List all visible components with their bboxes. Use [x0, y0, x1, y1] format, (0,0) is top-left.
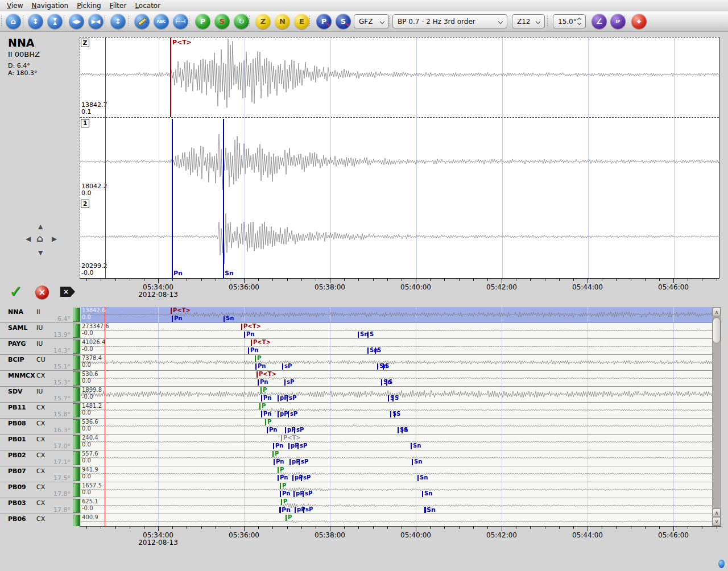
- station-trace[interactable]: 273347.6-0.0P<T>PnSnS: [81, 323, 712, 338]
- phase-marker-line[interactable]: [288, 443, 289, 449]
- phase-marker-line[interactable]: [259, 403, 260, 409]
- phase-marker-line[interactable]: [412, 459, 413, 465]
- phase-marker-line[interactable]: [367, 332, 369, 338]
- pick-marker-line[interactable]: [172, 119, 173, 278]
- discard-pick-button[interactable]: ×: [60, 287, 75, 297]
- phase-marker-line[interactable]: [281, 435, 282, 441]
- phase-marker-line[interactable]: [172, 316, 173, 322]
- station-row-nna[interactable]: NNAII6.4°13842.60.0P<T>PnSn: [0, 307, 712, 323]
- station-trace[interactable]: 536.60.0PPnpPsPSnS: [81, 419, 712, 434]
- angle-spinbox[interactable]: 15.0°: [553, 14, 586, 28]
- phase-marker-line[interactable]: [377, 363, 378, 370]
- station-row-pb08[interactable]: PB08CX16.3°536.60.0PPnpPsPSnS: [0, 419, 712, 435]
- pick-p-button-icon[interactable]: P: [195, 14, 210, 29]
- phase-marker-line[interactable]: [411, 443, 412, 449]
- phase-marker-line[interactable]: [424, 507, 426, 513]
- reject-pick-button[interactable]: ×: [35, 286, 49, 299]
- phase-marker-line[interactable]: [224, 316, 225, 322]
- nav-up-icon[interactable]: ▲: [38, 223, 43, 230]
- phase-marker-line[interactable]: [299, 459, 300, 465]
- nav-right-icon[interactable]: ▶: [52, 235, 57, 243]
- phase-marker-line[interactable]: [284, 379, 286, 386]
- station-trace[interactable]: 1899.8-0.0PPnpPsPSS: [81, 387, 712, 402]
- phase-marker-line[interactable]: [265, 419, 266, 425]
- station-trace[interactable]: 13842.60.0P<T>PnSn: [81, 307, 712, 322]
- station-trace[interactable]: 557.60.0PPnpPsPSn: [81, 450, 712, 466]
- station-trace[interactable]: 1481.20.0PPnpPsPSS: [81, 403, 712, 418]
- scroll-down-button[interactable]: ∨: [713, 517, 721, 526]
- component-z-button-icon[interactable]: Z: [255, 14, 271, 29]
- theoretical-s-button-icon[interactable]: S∿: [336, 14, 351, 29]
- phase-marker-line[interactable]: [261, 411, 262, 417]
- phase-marker-line[interactable]: [295, 507, 296, 513]
- pick-s-button-icon[interactable]: S: [214, 14, 230, 29]
- phase-marker-line[interactable]: [273, 443, 274, 449]
- phase-marker-line[interactable]: [257, 371, 258, 378]
- station-row-bcip[interactable]: BCIPCU15.1°7378.40.0PPnsPSnS: [0, 355, 712, 371]
- phase-marker-line[interactable]: [255, 363, 257, 370]
- phase-marker-line[interactable]: [301, 475, 302, 481]
- phase-marker-line[interactable]: [394, 411, 395, 417]
- phase-marker-line[interactable]: [297, 443, 299, 449]
- phase-marker-line[interactable]: [280, 491, 281, 497]
- nav-down-icon[interactable]: ▼: [38, 249, 43, 256]
- phase-marker-line[interactable]: [261, 395, 262, 402]
- phase-marker-line[interactable]: [244, 332, 245, 338]
- phase-marker-line[interactable]: [260, 387, 262, 394]
- expand-horizontal-icon[interactable]: ◀▶: [69, 14, 84, 29]
- station-trace[interactable]: 7378.40.0PPnsPSnS: [81, 355, 712, 370]
- spin-down-icon[interactable]: [577, 21, 581, 25]
- scroll-up-button-2[interactable]: ∧: [713, 508, 721, 517]
- home-icon[interactable]: ⌂: [6, 14, 21, 29]
- component-n-button-icon[interactable]: N: [275, 14, 290, 29]
- phase-marker-line[interactable]: [303, 491, 304, 497]
- component-e-button-icon[interactable]: E: [294, 14, 309, 29]
- filter-dropdown[interactable]: BP 0.7 - 2 Hz 3rd order: [392, 14, 507, 28]
- component-dropdown[interactable]: Z12: [512, 14, 545, 28]
- station-row-pb07[interactable]: PB07CX17.5°941.90.0PPnpPsPSn: [0, 466, 712, 482]
- fit-vertical-icon[interactable]: ▼▲: [47, 14, 63, 29]
- phase-marker-line[interactable]: [287, 395, 288, 402]
- scrollbar-thumb[interactable]: [713, 317, 721, 344]
- phase-marker-line[interactable]: [288, 411, 289, 417]
- station-row-sdv[interactable]: SDVIU15.7°1899.8-0.0PPnpPsPSS: [0, 387, 712, 403]
- phase-marker-line[interactable]: [402, 427, 403, 433]
- phase-marker-line[interactable]: [398, 427, 399, 433]
- phase-marker-line[interactable]: [282, 363, 283, 370]
- phase-marker-line[interactable]: [248, 347, 249, 354]
- phase-marker-line[interactable]: [280, 483, 281, 489]
- nav-home-icon[interactable]: ⌂: [36, 233, 43, 244]
- station-trace[interactable]: 941.90.0PPnpPsPSn: [81, 466, 712, 482]
- phase-marker-line[interactable]: [390, 411, 391, 417]
- phase-marker-line[interactable]: [272, 451, 274, 457]
- scale-amplitudes-icon[interactable]: ↕: [110, 14, 126, 29]
- uncertainty-tool-icon[interactable]: ⊢⊣: [173, 14, 188, 29]
- phase-marker-line[interactable]: [375, 347, 376, 354]
- phase-marker-line[interactable]: [258, 379, 259, 386]
- phase-label-tool-icon[interactable]: ABC: [154, 14, 169, 29]
- phase-marker-line[interactable]: [274, 459, 275, 465]
- phase-marker-line[interactable]: [383, 363, 384, 370]
- menu-view[interactable]: View: [5, 1, 29, 11]
- phase-marker-line[interactable]: [267, 427, 268, 433]
- theoretical-p-button-icon[interactable]: P∿: [316, 14, 332, 29]
- trace-view[interactable]: Z13842.70.1118042.20.0220299.2-0.0P<T>Pn…: [80, 37, 719, 279]
- menu-filter[interactable]: Filter: [107, 1, 133, 11]
- station-trace[interactable]: 41026.4-0.0P<T>PnSnS: [81, 339, 712, 354]
- menu-locator[interactable]: Locator: [133, 1, 167, 11]
- relocate-target-button-icon[interactable]: ⌖: [631, 14, 647, 29]
- phase-marker-line[interactable]: [171, 308, 172, 314]
- phase-marker-line[interactable]: [251, 340, 252, 346]
- phase-marker-line[interactable]: [303, 507, 304, 513]
- station-row-pb09[interactable]: PB09CX17.8°1657.50.0PPnpPsPSn: [0, 482, 712, 498]
- phase-marker-line[interactable]: [278, 467, 279, 473]
- repick-button-icon[interactable]: ↻: [234, 14, 249, 29]
- phase-marker-line[interactable]: [278, 475, 279, 481]
- station-trace[interactable]: 240.40.0P<T>PnpPsPSn: [81, 435, 712, 450]
- vertical-scrollbar[interactable]: ∧ ∧ ∨: [712, 307, 721, 526]
- station-row-pb03[interactable]: PB03CX17.8°625.1-0.0PPnpPsPSn: [0, 498, 712, 514]
- station-row-saml[interactable]: SAMLIU13.9°273347.6-0.0P<T>PnSnS: [0, 323, 712, 339]
- phase-marker-line[interactable]: [294, 427, 295, 433]
- phase-marker-line[interactable]: [255, 355, 256, 362]
- phase-marker-line[interactable]: [417, 475, 419, 481]
